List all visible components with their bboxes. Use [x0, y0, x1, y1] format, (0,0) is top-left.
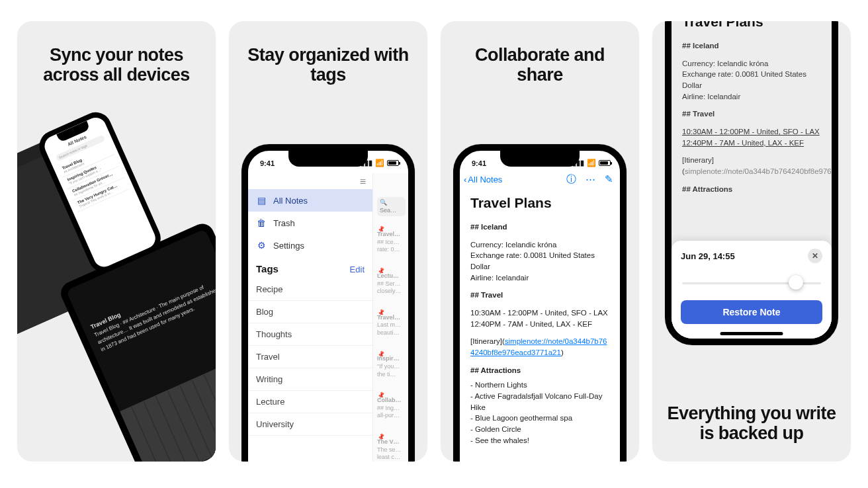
- tag-list: RecipeBlogThoughtsTravelWritingLectureUn…: [248, 278, 372, 436]
- headline: Collaborate and share: [441, 21, 639, 85]
- tag-item[interactable]: Blog: [248, 301, 372, 323]
- history-slider[interactable]: [682, 274, 821, 291]
- tags-header: Tags: [256, 263, 279, 274]
- history-sheet: Jun 29, 14:55 ✕ Restore Note: [672, 241, 832, 339]
- promo-panel-backup: ‹ All Notes ⓘ ⋯ ✎ Travel Plans ## Icelan…: [652, 21, 851, 462]
- list-item: 📌Travel… ## Ice… rate: 0…: [377, 223, 406, 254]
- close-icon[interactable]: ✕: [808, 249, 822, 263]
- tag-item[interactable]: University: [248, 413, 372, 436]
- list-item: 📌Inspir… "If you… the ti…: [377, 348, 406, 379]
- history-timestamp: Jun 29, 14:55: [681, 251, 735, 261]
- promo-panel-tags: Stay organized with tags 9:41 ≡: [229, 21, 427, 462]
- wifi-icon: [587, 159, 596, 167]
- list-item: 📌Travel… Last m… beauti…: [377, 306, 406, 337]
- home-indicator: [720, 332, 783, 335]
- sidebar-item-all-notes[interactable]: ▤ All Notes: [248, 189, 372, 212]
- clock: 9:41: [472, 159, 486, 167]
- sidebar-item-trash[interactable]: 🗑 Trash: [248, 212, 372, 234]
- notes-icon: ▤: [256, 195, 267, 206]
- gear-icon: ⚙: [256, 240, 267, 251]
- list-item: Golden Circle: [470, 424, 609, 435]
- battery-icon: [599, 160, 611, 166]
- hamburger-icon[interactable]: ≡: [248, 173, 372, 189]
- phone-frame: ‹ All Notes ⓘ ⋯ ✎ Travel Plans ## Icelan…: [665, 21, 838, 345]
- headline: Stay organized with tags: [229, 21, 427, 85]
- battery-icon: [387, 160, 399, 166]
- notes-peek: 🔍 Sea… 📌Travel… ## Ice… rate: 0… 📌Lectu……: [372, 173, 408, 462]
- itinerary-link: simplenote://note/0a344b7b764240bf8e976e…: [685, 167, 838, 175]
- back-button[interactable]: ‹ All Notes: [464, 175, 502, 184]
- promo-panel-sync: Sync your notes across all devices Trave…: [17, 21, 216, 462]
- promo-panel-collaborate: Collaborate and share 9:41 ‹ All Notes: [441, 21, 639, 462]
- clock: 9:41: [260, 159, 275, 167]
- note-title: Travel Plans: [672, 21, 832, 34]
- chevron-left-icon: ‹: [464, 175, 466, 184]
- devices-collage: Travel Blog Travel Blog · ## Architectur…: [17, 135, 216, 462]
- slider-knob[interactable]: [789, 275, 803, 290]
- list-item: 📌The V… The se… least c…: [377, 430, 406, 462]
- tag-item[interactable]: Thoughts: [248, 323, 372, 346]
- list-item: Active Fagradalsfjall Volcano Full-Day H…: [470, 391, 609, 413]
- phone-frame: 9:41 ≡ ▤ All Notes: [241, 144, 415, 462]
- info-icon[interactable]: ⓘ: [566, 173, 576, 186]
- tag-item[interactable]: Travel: [248, 346, 372, 368]
- note-body: ## Iceland Currency: Icelandic króna Exc…: [460, 222, 620, 456]
- search-peek: 🔍 Sea…: [377, 197, 406, 216]
- ipad-keyboard: [120, 350, 216, 462]
- wifi-icon: [375, 159, 384, 167]
- headline: Everything you write is backed up: [652, 403, 851, 443]
- phone-frame: 9:41 ‹ All Notes ⓘ ⋯: [453, 144, 627, 462]
- compose-icon[interactable]: ✎: [605, 173, 613, 186]
- sidebar-item-settings[interactable]: ⚙ Settings: [248, 234, 372, 257]
- edit-tags-button[interactable]: Edit: [350, 264, 365, 274]
- list-item: 📌Lectu… ## Ser… closely…: [377, 264, 406, 296]
- more-icon[interactable]: ⋯: [586, 173, 595, 186]
- tag-item[interactable]: Lecture: [248, 391, 372, 413]
- list-item: 📌Collab… ## Ing… all-pur…: [377, 389, 406, 420]
- list-item: See the whales!: [470, 435, 609, 446]
- tag-item[interactable]: Writing: [248, 368, 372, 391]
- list-item: Blue Lagoon geothermal spa: [470, 413, 609, 424]
- note-title: Travel Plans: [460, 188, 620, 215]
- headline: Sync your notes across all devices: [17, 21, 216, 85]
- restore-button[interactable]: Restore Note: [681, 300, 822, 324]
- tag-item[interactable]: Recipe: [248, 278, 372, 301]
- note-body: ## Iceland Currency: Icelandic króna Exc…: [672, 34, 832, 205]
- list-item: Northern Lights: [470, 380, 609, 391]
- trash-icon: 🗑: [256, 218, 267, 228]
- attractions-list: Northern LightsActive Fagradalsfjall Vol…: [470, 380, 609, 446]
